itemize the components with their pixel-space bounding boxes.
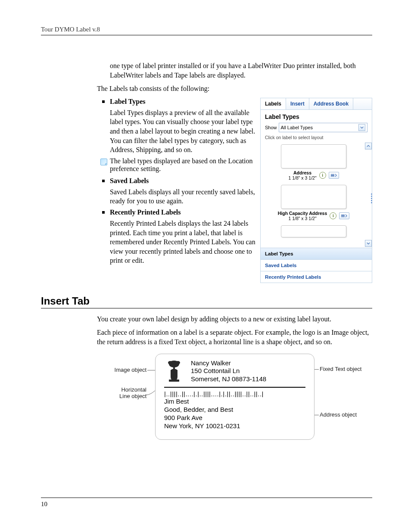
page-number: 10	[41, 498, 372, 508]
gallery-item-dimensions: 1 1/8" x 3 1/2"	[288, 175, 316, 180]
recipient-name: Jim Best	[164, 397, 305, 405]
callout-fixed-text-object: Fixed Text object	[320, 366, 371, 373]
insert-tab-paragraph-2: Each piece of information on a label is …	[97, 328, 372, 346]
recipient-city: New York, NY 10021-0231	[164, 422, 305, 430]
show-label: Show	[265, 125, 277, 130]
accordion-label-types[interactable]: Label Types	[261, 248, 372, 260]
bullet-icon	[102, 180, 105, 182]
fixed-text-object: Nancy Walker 150 Cottontail Ln Somerset,…	[191, 359, 266, 383]
description-column: Label Types Label Types displays a previ…	[110, 98, 256, 268]
recipient-street: 900 Park Ave	[164, 414, 305, 422]
callout-image-object: Image object	[99, 367, 146, 373]
bullet-saved-labels: Saved Labels Saved Labels displays all y…	[110, 177, 256, 206]
recipient-company: Good, Bedder, and Best	[164, 405, 305, 414]
bullet-icon	[102, 100, 105, 103]
postal-barcode: |..||||..||....|.|..||||....|.|.||..||||…	[164, 390, 305, 397]
label-thumbnail	[281, 144, 346, 168]
intro-paragraph: The Labels tab consists of the following…	[97, 84, 372, 93]
bullet-body: Recently Printed Labels displays the las…	[110, 219, 256, 265]
sender-street: 150 Cottontail Ln	[191, 367, 266, 375]
bullet-recently-printed: Recently Printed Labels Recently Printed…	[110, 208, 256, 265]
gallery-item-partial[interactable]	[264, 225, 363, 237]
label-type-filter-select[interactable]: All Label Types	[279, 123, 367, 132]
sender-name: Nancy Walker	[191, 359, 266, 367]
svg-point-1	[168, 361, 172, 364]
callout-horizontal-line-object: Horizontal Line object	[99, 386, 146, 400]
select-value: All Label Types	[281, 125, 313, 130]
labels-panel: Labels Insert Address Book Label Types S…	[260, 98, 372, 283]
note-row: The label types displayed are based on t…	[100, 157, 256, 173]
gallery-item-high-capacity-address[interactable]: High Capacity Address 1 1/8" x 3 1/2" i	[264, 185, 363, 221]
section-heading-insert-tab: Insert Tab	[41, 295, 372, 308]
panel-heading: Label Types	[265, 113, 367, 120]
note-icon	[100, 159, 107, 165]
panel-accordion: Label Types Saved Labels Recently Printe…	[261, 248, 372, 283]
layout-menu-button[interactable]	[329, 172, 339, 179]
gallery-item-dimensions: 1 1/8" x 3 1/2"	[278, 216, 327, 221]
accordion-recently-printed[interactable]: Recently Printed Labels	[261, 271, 372, 283]
bullet-body: Saved Labels displays all your recently …	[110, 187, 256, 206]
chevron-down-icon[interactable]	[358, 124, 365, 131]
callout-address-object: Address object	[320, 411, 371, 418]
scroll-down-icon[interactable]	[365, 240, 372, 247]
sample-label-card: Nancy Walker 150 Cottontail Ln Somerset,…	[155, 354, 314, 440]
bullet-icon	[102, 211, 105, 214]
running-header: Tour DYMO Label v.8	[41, 26, 372, 35]
bullet-label-types: Label Types Label Types displays a previ…	[110, 98, 256, 155]
info-icon[interactable]: i	[330, 212, 336, 219]
sender-city: Somerset, NJ 08873-1148	[191, 375, 266, 383]
panel-tabs: Labels Insert Address Book	[261, 98, 372, 110]
svg-rect-4	[169, 380, 179, 382]
continuation-paragraph: one type of label printer installed or i…	[110, 61, 372, 80]
gallery-scrollbar[interactable]	[365, 143, 371, 247]
tab-address-book[interactable]: Address Book	[309, 98, 353, 109]
bullet-title: Recently Printed Labels	[110, 208, 181, 216]
label-gallery: Address 1 1/8" x 3 1/2" i	[261, 142, 372, 248]
note-text: The label types displayed are based on t…	[110, 157, 256, 173]
panel-caption: Click on label to select layout	[261, 135, 372, 142]
accordion-saved-labels[interactable]: Saved Labels	[261, 260, 372, 271]
label-thumbnail	[281, 225, 346, 237]
bullet-body: Label Types displays a preview of all th…	[110, 108, 256, 155]
gallery-item-address[interactable]: Address 1 1/8" x 3 1/2" i	[264, 144, 363, 180]
gallery-item-name: Address	[288, 170, 316, 175]
bullet-title: Saved Labels	[110, 177, 149, 184]
label-thumbnail	[281, 185, 346, 209]
gallery-item-name: High Capacity Address	[278, 211, 327, 216]
tab-insert[interactable]: Insert	[286, 98, 309, 109]
scroll-up-icon[interactable]	[365, 143, 372, 149]
horizontal-line-object	[164, 387, 305, 388]
image-object-icon	[164, 359, 184, 383]
tab-labels[interactable]: Labels	[261, 98, 286, 109]
layout-menu-button[interactable]	[339, 212, 349, 219]
address-object: Jim Best Good, Bedder, and Best 900 Park…	[164, 397, 305, 430]
panel-resize-handle-icon[interactable]	[371, 193, 373, 205]
bullet-title: Label Types	[110, 98, 146, 105]
label-objects-diagram: Image object Horizontal Line object Fixe…	[99, 353, 362, 448]
insert-tab-paragraph-1: You create your own label design by addi…	[97, 314, 372, 324]
info-icon[interactable]: i	[319, 172, 326, 179]
svg-point-2	[176, 361, 180, 364]
